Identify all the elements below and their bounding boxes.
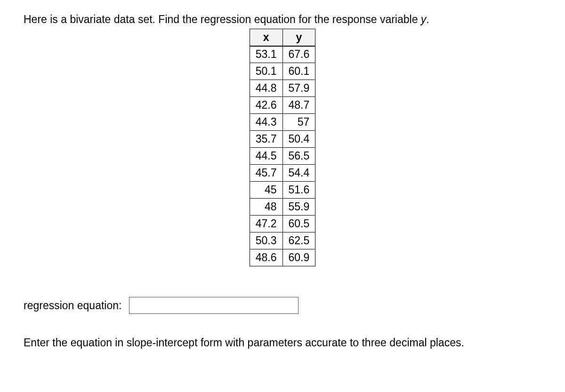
data-table: x y 53.167.6 50.160.1 44.857.9 42.648.7 … <box>250 29 316 266</box>
table-row: 45.754.4 <box>250 165 315 182</box>
regression-equation-input[interactable] <box>129 297 299 314</box>
table-row: 44.357 <box>250 114 315 131</box>
answer-instructions: Enter the equation in slope-intercept fo… <box>24 336 541 349</box>
cell-x: 35.7 <box>250 131 282 148</box>
table-row: 42.648.7 <box>250 97 315 114</box>
question-prompt: Here is a bivariate data set. Find the r… <box>24 13 541 26</box>
cell-y: 54.4 <box>282 165 315 182</box>
table-row: 44.556.5 <box>250 148 315 165</box>
cell-y: 62.5 <box>282 232 315 249</box>
cell-y: 60.1 <box>282 63 315 80</box>
cell-x: 45.7 <box>250 165 282 182</box>
cell-y: 60.9 <box>282 249 315 266</box>
cell-y: 60.5 <box>282 216 315 232</box>
cell-x: 44.3 <box>250 114 282 131</box>
table-row: 44.857.9 <box>250 80 315 97</box>
table-row: 53.167.6 <box>250 46 315 63</box>
cell-x: 48.6 <box>250 249 282 266</box>
cell-y: 57 <box>282 114 315 131</box>
cell-x: 47.2 <box>250 216 282 232</box>
cell-x: 50.1 <box>250 63 282 80</box>
cell-y: 50.4 <box>282 131 315 148</box>
cell-x: 44.5 <box>250 148 282 165</box>
table-row: 4551.6 <box>250 182 315 199</box>
cell-y: 51.6 <box>282 182 315 199</box>
table-row: 50.362.5 <box>250 232 315 249</box>
table-row: 4855.9 <box>250 199 315 216</box>
table-row: 47.260.5 <box>250 216 315 232</box>
cell-x: 44.8 <box>250 80 282 97</box>
prompt-variable-y: y <box>421 13 427 25</box>
col-header-y: y <box>282 29 315 46</box>
cell-x: 50.3 <box>250 232 282 249</box>
col-header-x: x <box>250 29 282 46</box>
prompt-text-end: . <box>426 13 429 25</box>
prompt-text: Here is a bivariate data set. Find the r… <box>24 13 421 25</box>
cell-y: 67.6 <box>282 46 315 63</box>
cell-y: 55.9 <box>282 199 315 216</box>
table-row: 50.160.1 <box>250 63 315 80</box>
cell-x: 45 <box>250 182 282 199</box>
answer-label: regression equation: <box>24 299 121 312</box>
table-row: 35.750.4 <box>250 131 315 148</box>
cell-x: 53.1 <box>250 46 282 63</box>
cell-y: 48.7 <box>282 97 315 114</box>
table-row: 48.660.9 <box>250 249 315 266</box>
cell-y: 57.9 <box>282 80 315 97</box>
cell-y: 56.5 <box>282 148 315 165</box>
cell-x: 48 <box>250 199 282 216</box>
cell-x: 42.6 <box>250 97 282 114</box>
